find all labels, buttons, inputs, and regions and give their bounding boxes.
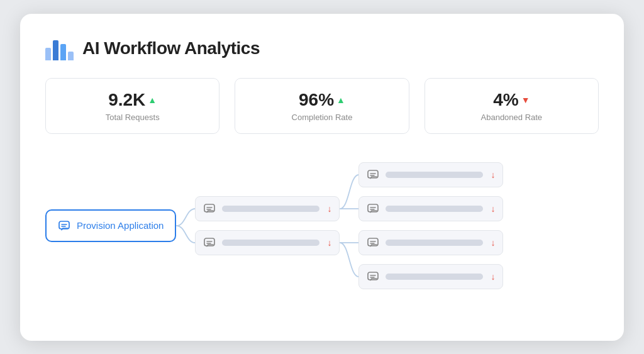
stat-total-requests: 9.2K ▲ Total Requests: [45, 78, 219, 134]
provision-application-node[interactable]: Provision Application: [45, 209, 176, 242]
chat-icon: [58, 219, 70, 232]
flow-bar: [386, 206, 483, 212]
chat-icon: [203, 202, 216, 215]
stat-value-abandoned-rate: 4% ▼: [440, 90, 583, 110]
flow-bar: [222, 206, 319, 212]
stat-label-completion-rate: Completion Rate: [250, 113, 393, 122]
flow-item-mid-2[interactable]: ↓: [195, 230, 340, 255]
down-arrow-icon: ↓: [491, 272, 495, 282]
trend-up-icon: ▲: [336, 95, 345, 105]
trend-down-icon: ▼: [521, 95, 530, 105]
flow-item-right-3[interactable]: ↓: [358, 230, 503, 255]
stat-label-total-requests: Total Requests: [61, 113, 204, 122]
chat-icon: [367, 236, 379, 249]
stats-row: 9.2K ▲ Total Requests 96% ▲ Completion R…: [45, 78, 599, 134]
chat-icon: [203, 236, 216, 249]
header: AI Workflow Analytics: [45, 36, 599, 60]
flow-item-mid-1[interactable]: ↓: [195, 196, 340, 221]
flow-bar: [222, 240, 319, 246]
bar-chart-icon: [45, 36, 74, 60]
chat-icon: [367, 202, 379, 215]
stat-completion-rate: 96% ▲ Completion Rate: [235, 78, 409, 134]
stat-value-completion-rate: 96% ▲: [250, 90, 393, 110]
right-items: ↓ ↓ ↓: [358, 162, 503, 289]
down-arrow-icon: ↓: [327, 238, 331, 248]
flow-item-right-2[interactable]: ↓: [358, 196, 503, 221]
down-arrow-icon: ↓: [327, 204, 331, 214]
stat-value-total-requests: 9.2K ▲: [61, 90, 204, 110]
middle-items: ↓ ↓: [195, 196, 340, 255]
stat-abandoned-rate: 4% ▼ Abandoned Rate: [425, 78, 599, 134]
down-arrow-icon: ↓: [491, 238, 495, 248]
flow-item-right-4[interactable]: ↓: [358, 264, 503, 289]
flow-bar: [386, 240, 483, 246]
stat-label-abandoned-rate: Abandoned Rate: [440, 113, 583, 122]
page-title: AI Workflow Analytics: [82, 38, 260, 58]
provision-application-label: Provision Application: [77, 220, 164, 231]
trend-up-icon: ▲: [148, 95, 157, 105]
chat-icon: [367, 169, 379, 181]
flow-bar: [386, 172, 483, 178]
main-card: AI Workflow Analytics 9.2K ▲ Total Reque…: [20, 14, 624, 341]
down-arrow-icon: ↓: [491, 170, 495, 180]
flow-bar: [386, 274, 483, 280]
flow-item-right-1[interactable]: ↓: [358, 162, 503, 187]
chat-icon: [367, 270, 379, 283]
workflow-area: Provision Application ↓: [45, 157, 599, 295]
down-arrow-icon: ↓: [491, 204, 495, 214]
